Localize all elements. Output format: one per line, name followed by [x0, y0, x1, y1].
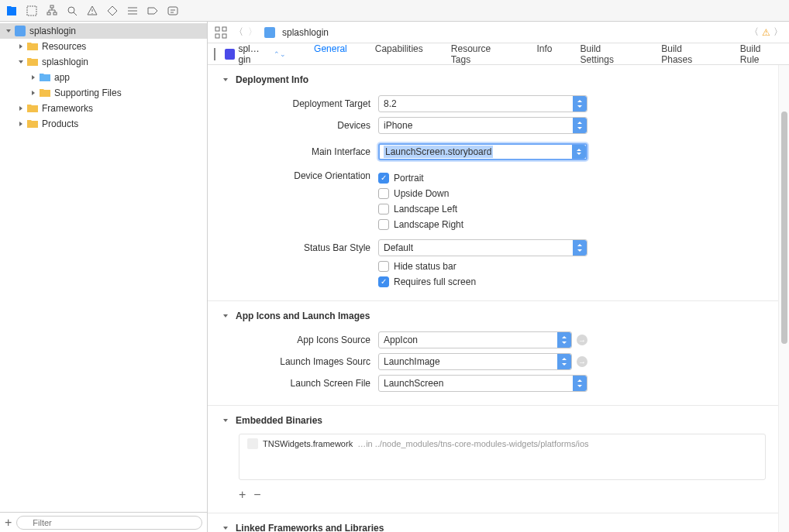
label-launchimg: Launch Images Sourc — [208, 356, 378, 367]
checkbox-fullscreen[interactable] — [378, 276, 389, 287]
project-navigator: splashlogin Resources splashlogin app Su — [0, 22, 208, 532]
go-arrow-icon[interactable]: → — [577, 335, 587, 345]
svg-rect-9 — [215, 34, 219, 38]
report-navigator-icon[interactable] — [166, 4, 180, 18]
remove-button[interactable]: − — [253, 488, 260, 502]
project-icon — [264, 26, 276, 39]
path-item[interactable]: splashlogin — [264, 26, 329, 39]
chevron-down-icon[interactable] — [222, 76, 229, 84]
chevron-updown-icon — [557, 354, 571, 369]
section-header[interactable]: Deployment Info — [208, 73, 789, 93]
checkbox-label: Hide status bar — [394, 261, 457, 272]
find-navigator-icon[interactable] — [65, 4, 79, 18]
chevron-down-icon[interactable] — [17, 58, 25, 66]
tree-label: Resources — [42, 41, 86, 52]
svg-rect-3 — [53, 12, 57, 15]
framework-icon — [247, 438, 258, 449]
launchimg-select[interactable]: LaunchImage — [378, 353, 572, 370]
add-button[interactable]: + — [5, 516, 12, 530]
label-main-interface: Main Interface — [208, 146, 378, 157]
tree-label: app — [54, 72, 70, 83]
embedded-list[interactable]: TNSWidgets.framework …in ../node_modules… — [239, 434, 766, 480]
checkbox-portrait[interactable] — [378, 173, 389, 184]
tree-item[interactable]: Frameworks — [0, 101, 207, 116]
tree-label: Supporting Files — [54, 88, 122, 98]
forward-button[interactable]: 〉 — [248, 26, 257, 39]
tree-root[interactable]: splashlogin — [0, 23, 207, 39]
chevron-down-icon[interactable] — [222, 312, 229, 320]
checkbox-upside-down[interactable] — [378, 188, 389, 199]
folder-icon — [26, 40, 39, 53]
project-navigator-icon[interactable] — [5, 4, 19, 18]
checkbox-landscape-right[interactable] — [378, 219, 389, 230]
debug-navigator-icon[interactable] — [126, 4, 140, 18]
chevron-right-icon[interactable] — [17, 43, 25, 50]
appicon-select[interactable]: AppIcon — [378, 331, 572, 348]
chevron-updown-icon — [573, 376, 587, 391]
label-orientation: Device Orientation — [208, 170, 378, 181]
tree-item[interactable]: Supporting Files — [0, 85, 207, 101]
chevron-down-icon[interactable] — [5, 27, 12, 35]
navigator-footer: + — [0, 512, 207, 532]
section-icons: App Icons and Launch Images App Icons So… — [208, 301, 789, 406]
filter-input[interactable] — [16, 516, 202, 530]
folder-ref-icon — [39, 71, 51, 84]
issue-navigator-icon[interactable] — [85, 4, 99, 18]
svg-rect-7 — [215, 27, 219, 31]
checkbox-landscape-left[interactable] — [378, 204, 389, 215]
sidebar-toggle-icon[interactable] — [214, 49, 215, 60]
section-title: App Icons and Launch Images — [236, 311, 370, 321]
add-button[interactable]: + — [239, 488, 246, 502]
devices-select[interactable]: iPhone — [378, 117, 587, 134]
editor-area: 〈 〉 splashlogin 〈 ⚠ 〉 spl…gin ⌃⌄ General — [208, 22, 789, 532]
section-header[interactable]: App Icons and Launch Images — [208, 309, 789, 329]
deployment-target-select[interactable]: 8.2 — [378, 95, 587, 112]
history-nav: 〈 〉 — [234, 26, 257, 39]
checkbox-label: Portrait — [394, 173, 424, 184]
target-tab-bar: spl…gin ⌃⌄ General Capabilities Resource… — [208, 43, 789, 65]
go-arrow-icon[interactable]: → — [577, 356, 587, 367]
section-linked: Linked Frameworks and Libraries Name Sta… — [208, 513, 789, 532]
section-header[interactable]: Linked Frameworks and Libraries — [208, 521, 789, 532]
folder-icon — [26, 102, 39, 115]
tree-item[interactable]: splashlogin — [0, 54, 207, 70]
checkbox-hide-statusbar[interactable] — [378, 261, 389, 272]
section-title: Linked Frameworks and Libraries — [236, 523, 384, 532]
chevron-right-icon[interactable] — [29, 89, 37, 97]
prev-issue-button[interactable]: 〈 — [749, 26, 759, 39]
launchfile-select[interactable]: LaunchScreen — [378, 375, 587, 392]
tree-item[interactable]: app — [0, 70, 207, 85]
tree-item[interactable]: Resources — [0, 39, 207, 54]
tree-label: splashlogin — [29, 26, 76, 36]
folder-icon — [39, 87, 51, 99]
chevron-right-icon[interactable] — [17, 120, 25, 128]
main-interface-select[interactable]: LaunchScreen.storyboard — [378, 143, 587, 160]
chevron-right-icon[interactable] — [29, 74, 37, 81]
scrollbar[interactable] — [778, 65, 789, 532]
project-icon — [14, 25, 26, 37]
warning-icon[interactable]: ⚠ — [762, 27, 770, 38]
chevron-down-icon[interactable] — [222, 524, 229, 532]
settings-body[interactable]: Deployment Info Deployment Target 8.2 De… — [208, 65, 789, 532]
target-selector[interactable]: spl…gin ⌃⌄ — [222, 43, 289, 65]
list-item[interactable]: TNSWidgets.framework …in ../node_modules… — [239, 434, 765, 453]
chevron-updown-icon — [572, 145, 586, 159]
section-header[interactable]: Embedded Binaries — [208, 414, 789, 434]
file-tree[interactable]: splashlogin Resources splashlogin app Su — [0, 22, 207, 512]
chevron-updown-icon: ⌃⌄ — [274, 50, 286, 58]
navigator-tabs — [0, 4, 208, 18]
symbol-navigator-icon[interactable] — [25, 4, 39, 18]
chevron-down-icon[interactable] — [222, 417, 229, 424]
chevron-right-icon[interactable] — [17, 105, 25, 112]
tree-item[interactable]: Products — [0, 116, 207, 132]
checkbox-label: Requires full screen — [394, 276, 476, 287]
test-navigator-icon[interactable] — [105, 4, 119, 18]
related-items-icon[interactable] — [214, 26, 228, 39]
scrollbar-thumb[interactable] — [781, 112, 787, 344]
back-button[interactable]: 〈 — [234, 26, 243, 39]
next-issue-button[interactable]: 〉 — [773, 26, 783, 39]
hierarchy-icon[interactable] — [45, 4, 59, 18]
chevron-updown-icon — [573, 240, 587, 256]
statusbar-select[interactable]: Default — [378, 239, 587, 256]
breakpoint-navigator-icon[interactable] — [146, 4, 160, 18]
